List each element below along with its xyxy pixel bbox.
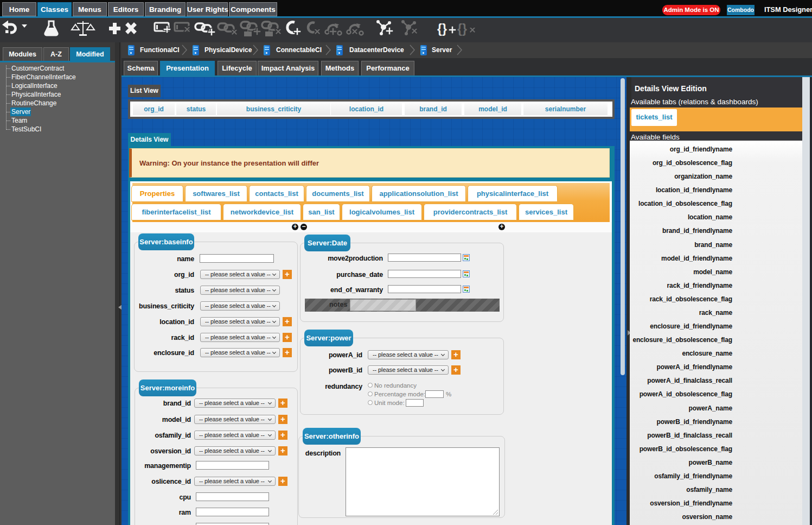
- svg-text:{}: {}: [437, 22, 447, 36]
- svg-text:{}: {}: [457, 22, 467, 36]
